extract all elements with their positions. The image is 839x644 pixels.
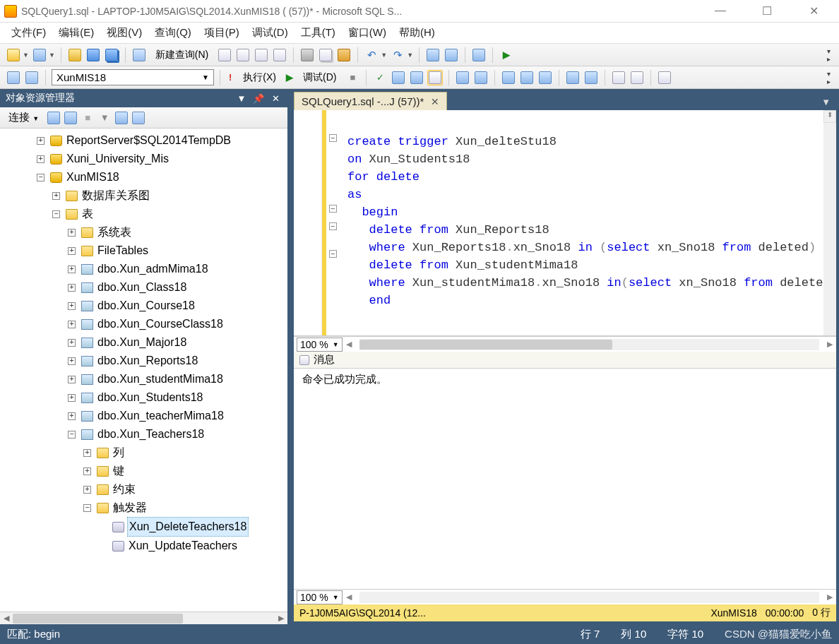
tree-node-table[interactable]: +dbo.Xun_studentMima18 — [68, 370, 287, 388]
scroll-right-button[interactable]: ▶ — [823, 340, 836, 349]
tree-node-table[interactable]: +dbo.Xun_teacherMima18 — [68, 407, 287, 425]
doc-button-2[interactable] — [235, 47, 251, 63]
horizontal-scrollbar[interactable] — [359, 339, 819, 350]
btn-g[interactable] — [583, 70, 599, 85]
filter-button[interactable]: ▼ — [97, 110, 112, 126]
btn-c[interactable] — [501, 70, 516, 85]
delete-button[interactable] — [131, 110, 146, 126]
tree-node-trigger[interactable]: Xun_DeleteTeachers18 — [99, 517, 287, 537]
code-folding-gutter[interactable]: − − − − — [326, 110, 339, 335]
tree-node-folder[interactable]: +键 — [83, 462, 287, 480]
tree-node-folder[interactable]: +列 — [83, 443, 287, 462]
menu-debug[interactable]: 调试(D) — [246, 25, 294, 41]
messages-pane[interactable]: 命令已成功完成。 — [294, 369, 836, 589]
menu-query[interactable]: 查询(Q) — [149, 25, 197, 41]
toolbar-overflow[interactable]: ▾▸ — [824, 68, 833, 87]
toolbar-overflow[interactable]: ▾▸ — [824, 46, 833, 64]
dropdown-icon[interactable]: ▼ — [381, 52, 387, 59]
save-button[interactable] — [85, 47, 101, 63]
stop-button[interactable]: ■ — [345, 70, 360, 85]
dropdown-icon[interactable]: ▼ — [49, 52, 55, 59]
undo-button[interactable]: ↶ — [364, 47, 379, 63]
debug-icon[interactable]: ▶ — [285, 72, 294, 83]
tab-menu-icon[interactable]: ▼ — [816, 94, 836, 110]
copy-button[interactable] — [318, 47, 333, 63]
tree-node-table[interactable]: +dbo.Xun_CourseClass18 — [68, 315, 287, 333]
scroll-right-button[interactable]: ▶ — [275, 614, 287, 623]
tree-node-folder[interactable]: −表 — [52, 205, 287, 223]
start-button[interactable]: ▶ — [499, 47, 514, 63]
messages-tab[interactable]: 消息 — [294, 352, 836, 369]
new-query-icon[interactable] — [131, 47, 147, 63]
menu-help[interactable]: 帮助(H) — [393, 25, 441, 41]
tree-node-folder[interactable]: −触发器 — [83, 499, 287, 517]
execute-button[interactable]: 执行(X) — [237, 71, 282, 84]
menu-view[interactable]: 视图(V) — [101, 25, 148, 41]
menu-edit[interactable]: 编辑(E) — [53, 25, 100, 41]
parse-button[interactable]: ✓ — [372, 70, 388, 85]
maximize-button[interactable]: ☐ — [753, 4, 781, 18]
zoom-combobox[interactable]: 100 %▼ — [297, 338, 343, 352]
code-content[interactable]: create trigger Xun_delteStu18 on Xun_Stu… — [339, 110, 823, 335]
close-icon[interactable]: ✕ — [431, 96, 439, 107]
redo-button[interactable]: ↷ — [390, 47, 405, 63]
scroll-left-button[interactable]: ◀ — [343, 592, 355, 602]
tree-node-table[interactable]: +dbo.Xun_admMima18 — [68, 260, 287, 278]
tree-node-trigger[interactable]: Xun_UpdateTeachers — [99, 537, 287, 555]
tree-node-table[interactable]: +dbo.Xun_Students18 — [68, 388, 287, 407]
scroll-thumb[interactable] — [359, 340, 612, 350]
debug-button[interactable]: 调试(D) — [297, 71, 342, 84]
outdent-button[interactable] — [629, 70, 645, 85]
doc-button-3[interactable] — [254, 47, 269, 63]
paste-button[interactable] — [336, 47, 352, 63]
tree-node-table[interactable]: +dbo.Xun_Course18 — [68, 297, 287, 315]
minimize-button[interactable]: — — [706, 4, 734, 18]
dropdown-icon[interactable]: ▼ — [23, 52, 29, 59]
zoom-combobox[interactable]: 100 %▼ — [297, 590, 343, 604]
tree-node-table[interactable]: +dbo.Xun_Reports18 — [68, 352, 287, 370]
indent-button[interactable] — [611, 70, 626, 85]
scroll-right-button[interactable]: ▶ — [823, 592, 836, 602]
tree-node-db[interactable]: +ReportServer$SQL2014TempDB — [37, 131, 287, 150]
cut-button[interactable] — [299, 47, 315, 63]
tree-node-table[interactable]: −dbo.Xun_Teachers18 — [68, 425, 287, 443]
connect-server-button[interactable] — [46, 110, 61, 126]
sql-editor[interactable]: − − − − create trigger Xun_delteStu18 on… — [294, 110, 836, 336]
pin-icon[interactable]: 📌 — [252, 93, 265, 104]
menu-tools[interactable]: 工具(T) — [295, 25, 341, 41]
dropdown-icon[interactable]: ▼ — [407, 52, 413, 59]
tree-node-table[interactable]: +dbo.Xun_Class18 — [68, 278, 287, 297]
menu-file[interactable]: 文件(F) — [6, 25, 52, 41]
horizontal-scrollbar[interactable]: ◀ ▶ — [0, 612, 287, 624]
tree-node-folder[interactable]: +数据库关系图 — [52, 186, 287, 205]
split-handle[interactable]: ⬍ — [823, 110, 836, 123]
tree-node-table[interactable]: +dbo.Xun_Major18 — [68, 333, 287, 352]
horizontal-scrollbar[interactable] — [359, 592, 819, 603]
stop-button[interactable]: ■ — [80, 110, 95, 126]
close-button[interactable]: ✕ — [799, 4, 828, 18]
change-connection-button[interactable] — [6, 70, 21, 85]
panel-dropdown-icon[interactable]: ▼ — [235, 93, 248, 104]
tree-node-db[interactable]: +Xuni_University_Mis — [37, 150, 287, 168]
grid-button[interactable] — [32, 47, 47, 63]
menu-window[interactable]: 窗口(W) — [343, 25, 392, 41]
btn-a[interactable] — [455, 70, 470, 85]
new-project-button[interactable] — [6, 47, 21, 63]
btn-d[interactable] — [519, 70, 535, 85]
menu-project[interactable]: 项目(P) — [198, 25, 245, 41]
plan-button[interactable] — [391, 70, 406, 85]
tree-node-folder[interactable]: +FileTables — [68, 242, 287, 260]
connect-button[interactable]: 连接 ▼ — [3, 111, 44, 124]
tree-node-folder[interactable]: +系统表 — [68, 223, 287, 242]
scroll-left-button[interactable]: ◀ — [0, 614, 13, 623]
options-button[interactable] — [409, 70, 424, 85]
disconnect-button[interactable] — [24, 70, 40, 85]
execute-icon[interactable]: ! — [226, 72, 234, 83]
open-button[interactable] — [67, 47, 83, 63]
close-icon[interactable]: ✕ — [269, 93, 282, 104]
nav-fwd-button[interactable] — [444, 47, 459, 63]
scroll-left-button[interactable]: ◀ — [343, 340, 355, 349]
btn-b[interactable] — [473, 70, 489, 85]
doc-button-4[interactable] — [272, 47, 287, 63]
refresh-button[interactable] — [114, 110, 129, 126]
